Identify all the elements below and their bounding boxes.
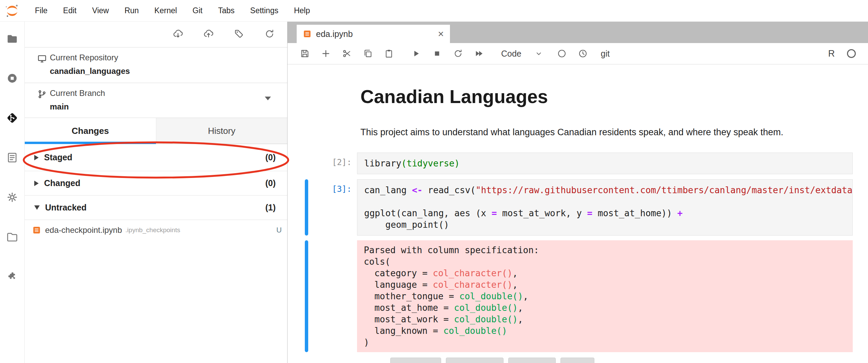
jupyterlab-window: File Edit View Run Kernel Git Tabs Setti… <box>0 0 868 363</box>
input-collapser-bar[interactable] <box>305 179 308 236</box>
menu-run[interactable]: Run <box>117 0 146 21</box>
next-output-sliver <box>390 358 853 363</box>
folder-outline-icon[interactable] <box>5 230 19 244</box>
branch-dropdown-caret-icon[interactable] <box>265 97 271 100</box>
repo-name: canadian_languages <box>50 66 130 76</box>
history-clock-button[interactable] <box>575 46 591 61</box>
restart-kernel-button[interactable] <box>450 46 466 61</box>
file-browser-folder-icon[interactable] <box>5 32 19 45</box>
menu-settings[interactable]: Settings <box>242 0 286 21</box>
untracked-file-folder: .ipynb_checkpoints <box>125 226 180 234</box>
git-panel: Current Repository canadian_languages Cu… <box>25 22 288 363</box>
table-header-sliver <box>390 358 441 363</box>
git-panel-toolbar <box>25 22 287 47</box>
untracked-section-header[interactable]: Untracked (1) <box>25 196 287 220</box>
menu-bar: File Edit View Run Kernel Git Tabs Setti… <box>0 0 868 22</box>
chevron-down-icon <box>534 49 543 58</box>
current-branch-section: Current Branch main <box>25 83 287 118</box>
interrupt-kernel-button[interactable] <box>429 46 445 61</box>
cell-gutter: [2]: <box>288 153 357 174</box>
circle-outline-button[interactable] <box>554 46 570 61</box>
repo-label: Current Repository <box>50 53 130 62</box>
cell-3-output: Parsed with column specification:cols( c… <box>288 240 868 352</box>
notebook-toolbar: Code git R <box>288 43 868 64</box>
menu-file[interactable]: File <box>27 0 55 21</box>
document-list-icon[interactable] <box>5 151 19 164</box>
menu-kernel[interactable]: Kernel <box>146 0 184 21</box>
insert-cell-button[interactable] <box>318 46 334 61</box>
menu-help[interactable]: Help <box>286 0 318 21</box>
changed-label: Changed <box>44 178 80 188</box>
kernel-status-indicator[interactable] <box>847 49 856 58</box>
git-icon[interactable] <box>5 111 19 125</box>
notebook-tab[interactable]: eda.ipynb × <box>297 25 450 43</box>
menu-view[interactable]: View <box>84 0 117 21</box>
changed-section-header[interactable]: Changed (0) <box>25 171 287 196</box>
main-dock: eda.ipynb × <box>288 22 868 363</box>
cell-gutter: [3]: <box>288 179 357 236</box>
cut-cells-button[interactable] <box>339 46 355 61</box>
jupyter-logo-icon <box>5 3 20 18</box>
stderr-output: Parsed with column specification:cols( c… <box>357 240 853 352</box>
restart-run-all-button[interactable] <box>471 46 487 61</box>
cell-type-value: Code <box>501 49 521 59</box>
push-button[interactable] <box>203 28 214 41</box>
branch-name: main <box>50 102 105 112</box>
untracked-count: (1) <box>265 203 276 213</box>
table-header-sliver <box>560 358 594 363</box>
output-collapser-bar[interactable] <box>305 240 308 352</box>
notebook-file-icon <box>303 29 312 38</box>
running-sessions-icon[interactable] <box>5 72 19 85</box>
notebook-file-icon <box>32 226 41 235</box>
run-cell-button[interactable] <box>408 46 424 61</box>
tab-history[interactable]: History <box>156 118 288 144</box>
gear-icon[interactable] <box>5 190 19 204</box>
caret-right-icon <box>34 155 39 160</box>
kernel-language-label: R <box>828 48 835 59</box>
untracked-file-row[interactable]: eda-checkpoint.ipynb .ipynb_checkpoints … <box>25 220 287 240</box>
left-sidebar <box>0 22 25 363</box>
caret-right-icon <box>34 181 39 186</box>
tab-changes[interactable]: Changes <box>25 118 156 144</box>
save-button[interactable] <box>297 46 313 61</box>
code-editor[interactable]: library(tidyverse) <box>357 153 853 174</box>
staged-section-header[interactable]: Staged (0) <box>25 144 287 171</box>
caret-down-icon <box>34 205 40 210</box>
dock-tab-bar: eda.ipynb × <box>288 22 868 43</box>
code-cell-3: [3]: can_lang <- read_csv("https://raw.g… <box>288 179 868 236</box>
menu-git[interactable]: Git <box>185 0 210 21</box>
git-toolbar-button[interactable]: git <box>601 49 610 59</box>
staged-label: Staged <box>44 153 72 162</box>
current-repository-section: Current Repository canadian_languages <box>25 47 287 83</box>
code-cell-2: [2]: library(tidyverse) <box>288 153 868 174</box>
cell-type-dropdown[interactable]: Code <box>501 49 543 59</box>
file-status-badge: U <box>276 226 282 235</box>
branch-label: Current Branch <box>50 88 105 98</box>
output-gutter <box>288 240 357 352</box>
table-header-sliver <box>446 358 504 363</box>
execution-prompt: [3]: <box>332 184 352 194</box>
markdown-paragraph: This project aims to understand what lan… <box>360 126 853 138</box>
puzzle-extension-icon[interactable] <box>5 270 19 283</box>
markdown-title: Canadian Languages <box>360 85 853 108</box>
execution-prompt: [2]: <box>332 158 352 167</box>
git-panel-tabs: Changes History <box>25 118 287 144</box>
pull-button[interactable] <box>173 28 183 41</box>
staged-count: (0) <box>265 153 276 162</box>
table-header-sliver <box>508 358 556 363</box>
paste-cells-button[interactable] <box>381 46 397 61</box>
branch-icon <box>37 89 47 99</box>
notebook-content: Canadian Languages This project aims to … <box>288 64 868 363</box>
changed-count: (0) <box>265 178 276 188</box>
code-editor[interactable]: can_lang <- read_csv("https://raw.github… <box>357 179 853 236</box>
menu-tabs[interactable]: Tabs <box>210 0 242 21</box>
tag-button[interactable] <box>234 28 244 41</box>
copy-cells-button[interactable] <box>360 46 376 61</box>
untracked-label: Untracked <box>45 203 86 213</box>
notebook-tab-title: eda.ipynb <box>316 29 353 39</box>
untracked-file-name: eda-checkpoint.ipynb <box>45 225 122 235</box>
tab-close-icon[interactable]: × <box>438 29 444 39</box>
monitor-icon <box>37 54 47 64</box>
refresh-button[interactable] <box>264 28 275 41</box>
menu-edit[interactable]: Edit <box>55 0 84 21</box>
